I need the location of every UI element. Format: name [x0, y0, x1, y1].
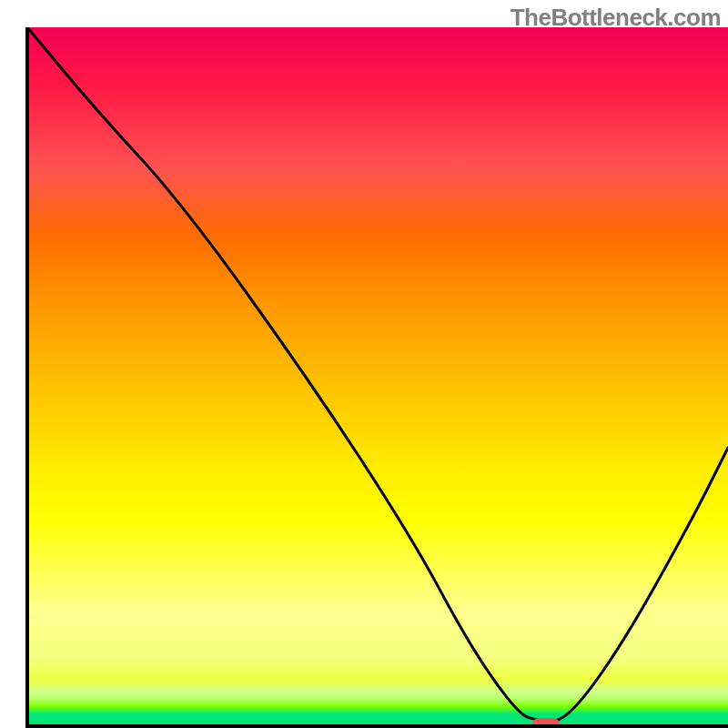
watermark-text: TheBottleneck.com [511, 4, 721, 32]
bottleneck-curve-path [27, 27, 728, 721]
bottleneck-chart: TheBottleneck.com [0, 0, 728, 728]
x-axis [27, 724, 728, 728]
plot-area [27, 27, 728, 728]
curve-svg [27, 27, 728, 728]
y-axis [25, 27, 29, 728]
